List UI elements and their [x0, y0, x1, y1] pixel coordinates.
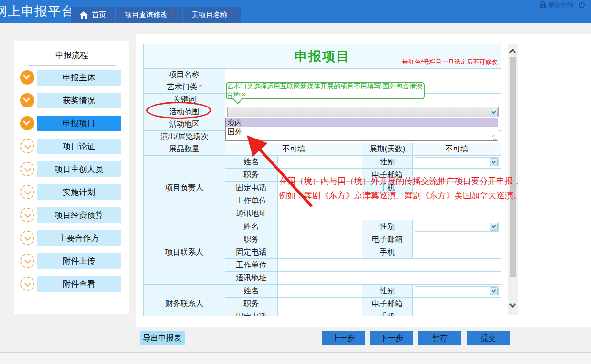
change-password-label: 修改密码 [548, 0, 573, 9]
input-contact-mobile[interactable] [413, 246, 501, 259]
sidebar-button-attachment-view[interactable]: 附件查看 [37, 276, 121, 292]
scrollbar-thumb[interactable] [510, 57, 516, 277]
input-finance-tel[interactable] [278, 310, 362, 317]
label-tel: 固定电话 [225, 310, 278, 317]
resize-handle-icon[interactable] [492, 135, 497, 140]
chevron-down-icon [492, 159, 496, 164]
submit-button[interactable]: 提交 [467, 331, 510, 345]
input-finance-email[interactable] [413, 298, 501, 310]
required-asterisk: * [199, 83, 202, 91]
sidebar-button-project-argument[interactable]: 项目论证 [37, 139, 121, 154]
home-icon [79, 11, 88, 19]
dropdown-arrow-button[interactable] [490, 108, 498, 116]
sidebar-button-main-creators[interactable]: 项目主创人员 [37, 161, 121, 177]
sidebar-item-budget: 项目经费预算 [14, 207, 129, 223]
sidebar-button-declare-subject[interactable]: 申报主体 [37, 70, 121, 86]
label-gender: 性别 [362, 220, 413, 233]
sidebar-button-budget[interactable]: 项目经费预算 [37, 207, 121, 223]
sidebar-divider [28, 65, 116, 66]
activity-scope-select[interactable] [227, 107, 499, 117]
activity-scope-cell [225, 106, 501, 118]
chevron-down-icon [24, 211, 31, 218]
annotation-text: 在国（境）内与国（境）外开展的传播交流推广项目要分开申报， 例如：舞剧《东方》京… [279, 174, 522, 203]
chevron-down-icon [24, 280, 31, 287]
label-activity-area: 活动地区 [144, 118, 225, 131]
input-contact-workunit[interactable] [278, 259, 501, 272]
chevron-down-icon [24, 257, 31, 264]
dropdown-arrow-button[interactable] [490, 158, 498, 166]
exhibit-days-notfillable: 不可填 [413, 143, 501, 156]
scroll-up-icon[interactable] [509, 49, 516, 55]
contact-gender-cell [413, 220, 501, 233]
sidebar-button-attachment-upload[interactable]: 附件上传 [37, 253, 121, 269]
tab-close-icon[interactable]: × [169, 9, 173, 16]
header-right-actions: 修改密码 [540, 0, 585, 9]
chevron-down-icon [23, 118, 31, 126]
input-project-name[interactable] [225, 69, 501, 81]
chevron-down-icon [492, 224, 496, 228]
finance-gender-select[interactable] [415, 286, 499, 296]
step-done-icon [20, 93, 34, 107]
sidebar-item-implementation-plan: 实施计划 [14, 184, 129, 200]
sidebar-button-declare-project[interactable]: 申报项目 [37, 116, 121, 131]
scroll-down-icon[interactable] [509, 301, 516, 308]
next-step-button[interactable]: 下一步 [370, 331, 413, 345]
activity-scope-highlight-ellipse [146, 102, 211, 119]
tab-project-query[interactable]: 项目查询修改 × [116, 7, 182, 23]
label-tel: 固定电话 [225, 246, 278, 259]
sidebar-button-awards[interactable]: 获奖情况 [37, 93, 121, 108]
input-finance-name[interactable] [278, 285, 362, 298]
chevron-down-icon [24, 234, 31, 241]
logout-power-icon[interactable] [578, 1, 585, 9]
sidebar-item-attachment-upload: 附件上传 [14, 253, 129, 269]
tab-unnamed-project[interactable]: 无项目名称 × [183, 7, 241, 23]
tab-home-label: 首页 [92, 11, 106, 20]
leader-gender-cell [413, 156, 501, 169]
chevron-down-icon [24, 188, 31, 195]
step-pending-icon [20, 162, 34, 176]
dropdown-option-domestic[interactable]: 境内 [226, 118, 498, 127]
sidebar-button-implementation-plan[interactable]: 实施计划 [37, 184, 121, 200]
leader-gender-select[interactable] [415, 157, 499, 167]
chevron-down-icon [24, 165, 31, 172]
label-mobile: 手机 [362, 310, 413, 317]
export-form-button[interactable]: 导出申报表 [140, 331, 185, 345]
previous-step-button[interactable]: 上一步 [322, 331, 365, 345]
input-contact-name[interactable] [278, 220, 362, 233]
input-contact-duty[interactable] [278, 233, 362, 246]
sidebar-item-attachment-view: 附件查看 [14, 276, 129, 292]
form-title: 申报项目 [295, 49, 350, 64]
tab-home[interactable]: 首页 [71, 7, 115, 23]
label-gender: 性别 [362, 285, 413, 298]
label-exhibit-days: 展期(天数) [362, 143, 413, 156]
top-header-bar: 网上申报平台 首页 项目查询修改 × 无项目名称 × 修 [0, 0, 591, 23]
dropdown-arrow-button[interactable] [490, 287, 498, 295]
label-name: 姓名 [225, 285, 278, 298]
input-finance-mobile[interactable] [413, 310, 501, 317]
input-finance-duty[interactable] [278, 298, 362, 310]
step-pending-icon [20, 277, 34, 291]
annotation-line2: 例如：舞剧《东方》京津冀巡演、舞剧《东方》美国加拿大巡演。 [279, 188, 522, 203]
sidebar-item-main-partners: 主要合作方 [14, 230, 129, 246]
label-mobile: 手机 [362, 246, 413, 259]
application-window: 网上申报平台 首页 项目查询修改 × 无项目名称 × 修 [0, 0, 591, 364]
label-project-name: 项目名称 [144, 69, 225, 81]
label-art-category: 艺术门类* [144, 81, 225, 94]
save-draft-button[interactable]: 暂存 [418, 331, 461, 345]
contact-gender-select[interactable] [415, 222, 499, 232]
step-pending-icon [20, 254, 34, 268]
input-contact-email[interactable] [413, 233, 501, 246]
app-title: 网上申报平台 [0, 3, 75, 20]
tab-close-icon[interactable]: × [229, 9, 233, 16]
chevron-down-icon [24, 142, 31, 149]
change-password-button[interactable]: 修改密码 [540, 0, 573, 9]
dropdown-arrow-button[interactable] [490, 223, 498, 231]
sidebar-title: 申报流程 [14, 41, 129, 61]
sidebar-item-declare-project: 申报项目 [14, 116, 129, 131]
sidebar-button-main-partners[interactable]: 主要合作方 [37, 230, 121, 246]
step-pending-icon [20, 185, 34, 199]
sidebar-item-project-argument: 项目论证 [14, 139, 129, 154]
input-contact-tel[interactable] [278, 246, 362, 259]
label-duty: 职务 [225, 233, 278, 246]
input-contact-address[interactable] [278, 272, 501, 285]
